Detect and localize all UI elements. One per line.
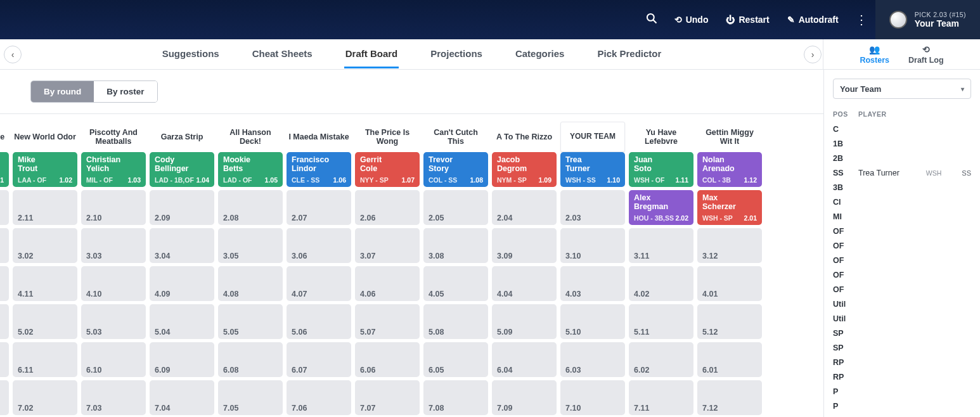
empty-pick-slot[interactable]: 6.10 [81,342,146,377]
empty-pick-slot[interactable]: 5.03 [81,304,146,339]
empty-pick-slot[interactable]: 7.07 [355,380,420,415]
empty-pick-slot[interactable]: 5.10 [560,304,625,339]
pick-card[interactable]: TrevorStoryCOL - SS1.08 [423,152,488,187]
pick-card[interactable]: AlexBregmanHOU - 3B,SS2.02 [629,190,693,225]
empty-pick-slot[interactable]: 3.05 [218,228,283,263]
empty-pick-slot[interactable]: 6.03 [560,342,625,377]
pick-card[interactable]: ChristianYelichMIL - OF1.03 [81,152,146,187]
pick-card[interactable]: NolanArenadoCOL - 3B1.12 [697,152,762,187]
roster-slot[interactable]: 1B [833,136,971,151]
team-column-header[interactable]: …ulmer House [0,122,9,152]
empty-pick-slot[interactable]: 3.09 [492,228,557,263]
roster-slot[interactable]: C [833,122,971,136]
empty-pick-slot[interactable]: 7.03 [81,380,146,415]
empty-pick-slot[interactable]: 6.11 [13,342,77,377]
roster-slot[interactable]: OF [833,224,971,238]
empty-pick-slot[interactable]: 6.02 [629,342,693,377]
roster-slot[interactable]: Util [833,297,971,311]
empty-pick-slot[interactable]: 5.04 [150,304,214,339]
empty-pick-slot[interactable]: 2.03 [560,190,625,225]
team-column-header[interactable]: Garza Strip [150,122,214,152]
roster-slot[interactable]: SP [833,326,971,340]
team-column-header[interactable]: Piscotty And Meatballs [81,122,146,152]
empty-pick-slot[interactable]: 4.06 [355,266,420,301]
pick-card[interactable]: RonaldAcunaATL - OF1.01 [0,152,9,187]
empty-pick-slot[interactable]: 2.06 [355,190,420,225]
pick-card[interactable]: FranciscoLindorCLE - SS1.06 [287,152,351,187]
empty-pick-slot[interactable]: 4.05 [423,266,488,301]
empty-pick-slot[interactable]: 7.09 [492,380,557,415]
empty-pick-slot[interactable]: 7.10 [560,380,625,415]
empty-pick-slot[interactable]: 2.09 [150,190,214,225]
empty-pick-slot[interactable]: 4.04 [492,266,557,301]
empty-pick-slot[interactable]: 5.12 [697,304,762,339]
search-icon[interactable] [638,12,666,28]
team-column-header[interactable]: Yu Have Lefebvre [629,122,693,152]
team-column-header[interactable]: Gettin Miggy Wit It [697,122,762,152]
roster-slot[interactable]: 2B [833,151,971,165]
tab-projections[interactable]: Projections [429,41,484,68]
empty-pick-slot[interactable]: 5.11 [629,304,693,339]
empty-pick-slot[interactable]: .01 [0,304,9,339]
view-by-roster[interactable]: By roster [94,81,157,102]
roster-slot[interactable]: OF [833,267,971,282]
empty-pick-slot[interactable]: 5.06 [287,304,351,339]
pick-card[interactable]: JacobDegromNYM - SP1.09 [492,152,557,187]
roster-slot[interactable]: MI [833,209,971,224]
empty-pick-slot[interactable]: 2.07 [287,190,351,225]
roster-slot[interactable]: OF [833,282,971,297]
empty-pick-slot[interactable]: 7.05 [218,380,283,415]
your-team-header[interactable]: PICK 2.03 (#15) Your Team [875,0,980,39]
empty-pick-slot[interactable]: .12 [0,342,9,377]
empty-pick-slot[interactable]: 5.05 [218,304,283,339]
pick-card[interactable]: MaxScherzerWSH - SP2.01 [697,190,762,225]
empty-pick-slot[interactable]: 3.12 [697,228,762,263]
team-column-header[interactable]: The Price Is Wong [355,122,420,152]
team-column-header[interactable]: A To The Rizzo [492,122,557,152]
empty-pick-slot[interactable]: 6.01 [697,342,762,377]
roster-slot[interactable]: SP [833,340,971,355]
empty-pick-slot[interactable]: 5.09 [492,304,557,339]
empty-pick-slot[interactable]: 2.08 [218,190,283,225]
view-by-round[interactable]: By round [31,81,94,102]
roster-slot[interactable]: OF [833,238,971,253]
team-column-header[interactable]: New World Odor [13,122,77,152]
empty-pick-slot[interactable]: 4.09 [150,266,214,301]
empty-pick-slot[interactable]: 4.02 [629,266,693,301]
empty-pick-slot[interactable]: 4.11 [13,266,77,301]
side-tab-draft-log[interactable]: ⟲Draft Log [908,44,944,65]
empty-pick-slot[interactable]: 5.08 [423,304,488,339]
empty-pick-slot[interactable]: 4.10 [81,266,146,301]
pick-card[interactable]: JuanSotoWSH - OF1.11 [629,152,693,187]
empty-pick-slot[interactable]: 2.11 [13,190,77,225]
roster-slot[interactable]: 3B [833,180,971,195]
team-column-header[interactable]: Can't Cutch This [423,122,488,152]
tab-pick-predictor[interactable]: Pick Predictor [596,41,662,68]
pick-card[interactable]: MikeTroutLAA - OF1.02 [13,152,77,187]
empty-pick-slot[interactable]: 4.01 [697,266,762,301]
empty-pick-slot[interactable]: .12 [0,190,9,225]
roster-slot[interactable]: P [833,384,971,399]
empty-pick-slot[interactable]: .01 [0,228,9,263]
team-column-header[interactable]: I Maeda Mistake [287,122,351,152]
empty-pick-slot[interactable]: 6.09 [150,342,214,377]
roster-slot[interactable]: Util [833,311,971,326]
empty-pick-slot[interactable]: 7.08 [423,380,488,415]
empty-pick-slot[interactable]: .01 [0,380,9,415]
empty-pick-slot[interactable]: 3.02 [13,228,77,263]
empty-pick-slot[interactable]: 7.11 [629,380,693,415]
roster-slot[interactable]: RP [833,355,971,369]
scroll-left-button[interactable]: ‹ [4,46,22,63]
pick-card[interactable]: CodyBellingerLAD - 1B,OF1.04 [150,152,214,187]
empty-pick-slot[interactable]: 6.08 [218,342,283,377]
empty-pick-slot[interactable]: 7.12 [697,380,762,415]
roster-slot[interactable]: P [833,399,971,413]
empty-pick-slot[interactable]: 6.07 [287,342,351,377]
empty-pick-slot[interactable]: 6.04 [492,342,557,377]
empty-pick-slot[interactable]: 3.06 [287,228,351,263]
more-menu-button[interactable]: ⋮ [848,12,875,27]
empty-pick-slot[interactable]: 3.07 [355,228,420,263]
empty-pick-slot[interactable]: 3.03 [81,228,146,263]
pick-card[interactable]: TreaTurnerWSH - SS1.10 [560,152,625,187]
scroll-right-button[interactable]: › [804,46,822,63]
